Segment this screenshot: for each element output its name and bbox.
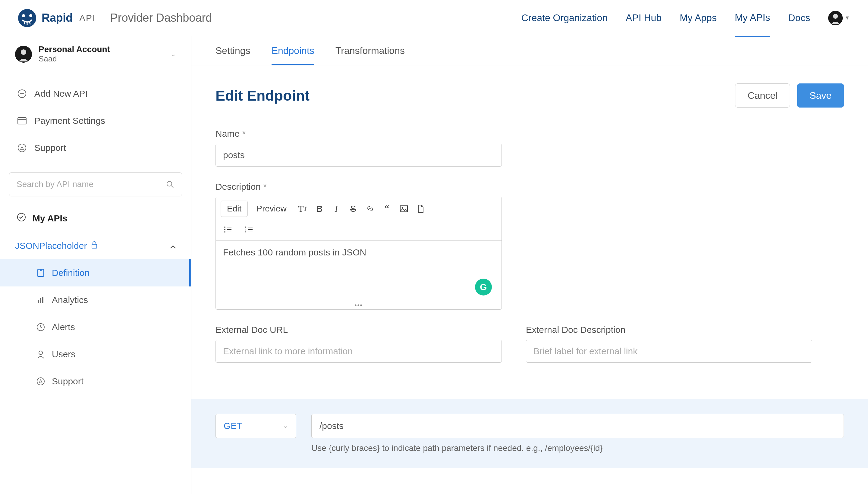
svg-rect-7 [18,117,26,124]
svg-rect-15 [38,300,39,303]
italic-icon[interactable]: I [329,202,344,215]
type-size-icon[interactable]: TT [295,202,310,215]
sidebar-payment-settings[interactable]: Payment Settings [0,107,191,134]
method-path-section: GET ⌄ Use {curly braces} to indicate pat… [191,399,868,468]
sidebar-subnav-analytics[interactable]: Analytics [0,286,191,314]
top-nav: Create Organization API Hub My Apps My A… [521,11,850,25]
path-helper-text: Use {curly braces} to indicate path para… [311,443,844,453]
svg-point-5 [21,50,26,55]
user-menu-toggle[interactable]: ▼ [828,11,850,25]
sidebar-subnav-support[interactable]: Support [0,368,191,395]
plus-circle-icon [17,89,27,99]
sidebar: Personal Account Saad ⌄ Add New API Paym… [0,36,191,494]
svg-point-0 [22,14,25,17]
compass-icon [17,143,27,153]
quote-icon[interactable]: “ [380,202,394,215]
name-input[interactable] [216,144,502,167]
sidebar-item-label: Alerts [52,322,75,332]
brand-logo[interactable]: RapidAPI Provider Dashboard [18,9,212,27]
svg-text:3: 3 [245,231,246,233]
cancel-button[interactable]: Cancel [735,83,790,108]
user-icon [36,350,45,359]
external-doc-url-label: External Doc URL [216,325,502,335]
compass-icon [36,377,45,386]
svg-rect-17 [42,297,43,303]
nav-api-hub[interactable]: API Hub [626,12,662,23]
svg-rect-8 [18,119,26,120]
nav-create-organization[interactable]: Create Organization [521,12,608,23]
save-button[interactable]: Save [797,83,844,108]
nav-docs[interactable]: Docs [788,12,810,23]
search-input[interactable] [9,172,158,196]
sidebar-item-label: Users [52,349,75,359]
description-textarea[interactable]: Fetches 100 random posts in JSON G [216,241,501,301]
lock-icon [91,241,98,251]
search-icon [166,180,174,188]
svg-rect-12 [92,244,97,248]
document-icon [36,268,45,278]
svg-point-20 [37,378,44,385]
http-method-value: GET [224,421,283,431]
account-type-label: Personal Account [39,44,164,54]
clock-icon [36,323,45,331]
brand-text-main: Rapid [42,12,73,24]
svg-point-22 [402,207,403,209]
nav-my-apis[interactable]: My APIs [735,12,770,37]
external-doc-description-input[interactable] [526,340,812,363]
sidebar-search [0,169,191,204]
svg-point-23 [224,227,225,228]
svg-rect-14 [40,269,42,271]
tab-endpoints[interactable]: Endpoints [272,45,314,65]
sidebar-subnav-definition[interactable]: Definition [0,259,191,286]
ordered-list-icon[interactable]: 123 [242,223,256,236]
user-avatar-icon [828,11,843,25]
sidebar-subnav-alerts[interactable]: Alerts [0,314,191,341]
editor-preview-tab[interactable]: Preview [250,201,293,217]
sidebar-support-top[interactable]: Support [0,134,191,162]
chevron-down-icon: ⌄ [283,422,288,430]
name-label: Name * [216,129,844,139]
sidebar-item-label: Add New API [34,89,88,99]
link-icon[interactable] [363,202,377,215]
sidebar-add-new-api[interactable]: Add New API [0,80,191,107]
grammarly-icon[interactable]: G [475,279,492,296]
page-title: Edit Endpoint [216,87,310,104]
nav-my-apps[interactable]: My Apps [680,12,717,23]
search-button[interactable] [158,172,182,196]
description-editor: Edit Preview TT B I S “ [216,197,502,310]
sidebar-api-jsonplaceholder[interactable]: JSONPlaceholder [0,232,191,259]
resize-handle[interactable]: ••• [216,301,501,309]
svg-point-19 [39,351,42,355]
tab-settings[interactable]: Settings [216,45,251,65]
unordered-list-icon[interactable] [221,223,235,236]
editor-edit-tab[interactable]: Edit [221,201,248,217]
check-circle-icon [17,213,26,224]
api-name-label: JSONPlaceholder [15,241,87,251]
sidebar-item-label: Payment Settings [34,116,105,126]
chart-icon [36,296,45,305]
chevron-down-icon: ⌄ [171,50,176,58]
svg-point-25 [224,231,225,232]
svg-point-10 [167,181,172,186]
svg-point-1 [29,14,32,17]
svg-point-24 [224,229,225,230]
strikethrough-icon[interactable]: S [346,202,361,215]
description-label: Description * [216,182,844,192]
sidebar-subnav-users[interactable]: Users [0,341,191,368]
external-doc-url-input[interactable] [216,340,502,363]
sidebar-item-label: Support [34,143,66,153]
svg-point-9 [18,144,26,152]
endpoint-path-input[interactable] [311,414,844,438]
tab-transformations[interactable]: Transformations [335,45,405,65]
http-method-select[interactable]: GET ⌄ [216,414,296,438]
account-username: Saad [39,54,164,63]
sidebar-item-label: Support [52,376,84,386]
bold-icon[interactable]: B [312,202,327,215]
content-tabs: Settings Endpoints Transformations [191,36,868,65]
file-icon[interactable] [413,202,428,215]
sidebar-item-label: Definition [52,268,90,278]
account-switcher[interactable]: Personal Account Saad ⌄ [0,36,191,72]
sidebar-my-apis-header[interactable]: My APIs [0,204,191,232]
image-icon[interactable] [396,202,411,215]
svg-rect-16 [40,298,41,303]
